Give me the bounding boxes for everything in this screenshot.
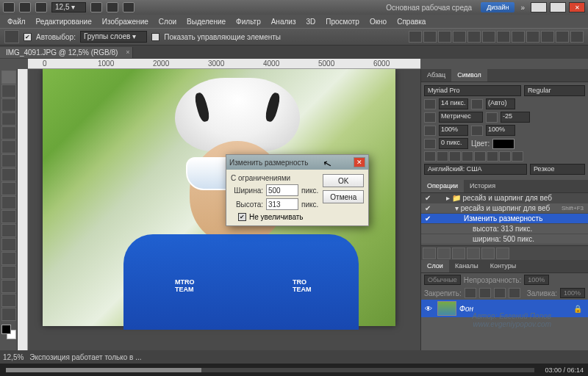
dialog-titlebar[interactable]: Изменить размерность ✕ [226,155,368,170]
menu-select[interactable]: Выделение [182,16,230,27]
width-input[interactable] [266,184,298,196]
faux-italic-icon[interactable] [437,151,448,162]
play-action-icon[interactable] [452,247,465,259]
distribute-icon[interactable] [570,31,584,43]
lock-icon[interactable] [494,288,506,298]
bridge-icon[interactable] [19,2,31,12]
auto-select-checkbox[interactable]: ✔ [24,33,32,41]
language-combo[interactable]: Английский: США [424,164,527,175]
gradient-tool[interactable] [1,224,16,237]
menu-analysis[interactable]: Анализ [267,16,301,27]
video-seek-bar[interactable] [6,368,534,372]
ok-button[interactable]: OK [323,174,364,187]
arrange-icon[interactable] [107,2,118,12]
superscript-icon[interactable] [474,151,486,162]
subscript-icon[interactable] [487,151,498,162]
baseline-input[interactable]: 0 пикс. [439,138,468,149]
status-zoom[interactable]: 12,5% [3,353,24,361]
eyedropper-tool[interactable] [1,140,16,153]
menu-view[interactable]: Просмотр [321,16,364,27]
layer-name[interactable]: Фон [459,305,473,313]
menu-3d[interactable]: 3D [301,16,320,27]
close-button[interactable]: ✕ [569,2,585,12]
brush-tool[interactable] [1,168,16,181]
antialias-combo[interactable]: Резкое [530,164,585,175]
tab-layers[interactable]: Слои [421,260,449,272]
menu-filter[interactable]: Фильтр [232,16,265,27]
move-tool-preset-icon[interactable] [4,30,19,43]
action-row[interactable]: ✔▸ 📁 ресайз и шарпинг для веб [421,193,588,203]
height-input[interactable] [266,198,298,210]
auto-select-target-combo[interactable]: Группы слоев ▾ [80,31,147,43]
smallcaps-icon[interactable] [462,151,473,162]
stamp-tool[interactable] [1,182,16,195]
faux-bold-icon[interactable] [424,151,436,162]
zoom-select[interactable]: 12,5 ▾ [51,2,86,12]
lock-icon[interactable] [465,288,476,298]
distribute-icon[interactable] [526,31,539,43]
kerning-input[interactable]: Метричес [439,112,483,123]
tracking-input[interactable]: -25 [501,112,530,123]
mini-bridge-icon[interactable] [35,2,47,12]
tab-character[interactable]: Символ [451,69,487,82]
action-row[interactable]: высота: 313 пикс. [421,224,588,234]
layer-thumbnail[interactable] [437,301,456,316]
tab-paths[interactable]: Контуры [484,260,522,272]
stop-action-icon[interactable] [423,247,436,259]
align-icon[interactable] [423,31,437,43]
align-icon[interactable] [438,31,451,43]
menu-image[interactable]: Изображение [98,16,153,27]
hscale-input[interactable]: 100% [486,125,515,136]
tab-paragraph[interactable]: Абзац [421,69,451,82]
distribute-icon[interactable] [512,31,525,43]
font-size-input[interactable]: 14 пикс. [439,98,468,109]
distribute-icon[interactable] [497,31,510,43]
vscale-input[interactable]: 100% [439,125,468,136]
menu-edit[interactable]: Редактирование [32,16,96,27]
screen-mode-icon[interactable] [123,2,135,12]
healing-tool[interactable] [1,154,16,167]
crop-tool[interactable] [1,126,16,140]
lock-icon[interactable] [479,288,491,298]
action-row[interactable]: ✔Изменить размерность [421,214,588,224]
document-tab[interactable]: IMG_4091.JPG @ 12,5% (RGB/8)× [0,47,133,58]
align-icon[interactable] [453,31,466,43]
distribute-icon[interactable] [556,31,569,43]
action-row[interactable]: ширина: 500 пикс. [421,234,588,245]
layer-row[interactable]: 👁 Фон 🔒 [421,300,588,317]
action-toggle[interactable]: ✔ [423,214,433,223]
show-controls-checkbox[interactable] [151,33,159,41]
type-tool[interactable] [1,280,16,293]
allcaps-icon[interactable] [449,151,461,162]
pen-tool[interactable] [1,266,16,279]
text-color-swatch[interactable] [492,139,514,149]
blend-mode-combo[interactable]: Обычные [424,275,461,285]
leading-input[interactable]: (Авто) [486,98,515,109]
new-action-icon[interactable] [481,247,495,259]
lock-icon[interactable] [509,288,520,298]
record-action-icon[interactable] [437,247,451,259]
tab-actions[interactable]: Операции [421,180,464,192]
action-toggle[interactable]: ✔ [423,204,433,212]
align-icon[interactable] [467,31,481,43]
tab-history[interactable]: История [464,180,501,192]
fill-input[interactable]: 100% [560,288,585,298]
menu-file[interactable]: Файл [3,16,30,27]
wand-tool[interactable] [1,112,16,126]
align-icon[interactable] [409,31,422,43]
underline-icon[interactable] [499,151,511,162]
font-family-combo[interactable]: Myriad Pro [424,85,521,96]
color-swatch[interactable] [1,325,16,339]
menu-window[interactable]: Окно [365,16,391,27]
new-set-icon[interactable] [467,247,480,259]
path-tool[interactable] [1,294,16,307]
delete-action-icon[interactable] [496,247,509,259]
eraser-tool[interactable] [1,210,16,223]
dodge-tool[interactable] [1,252,16,265]
workspace-more-icon[interactable]: » [517,4,528,12]
blur-tool[interactable] [1,238,16,251]
strike-icon[interactable] [512,151,523,162]
video-controls[interactable]: 03:00 / 06:14 [0,364,588,376]
align-icon[interactable] [482,31,495,43]
tab-channels[interactable]: Каналы [449,260,484,272]
